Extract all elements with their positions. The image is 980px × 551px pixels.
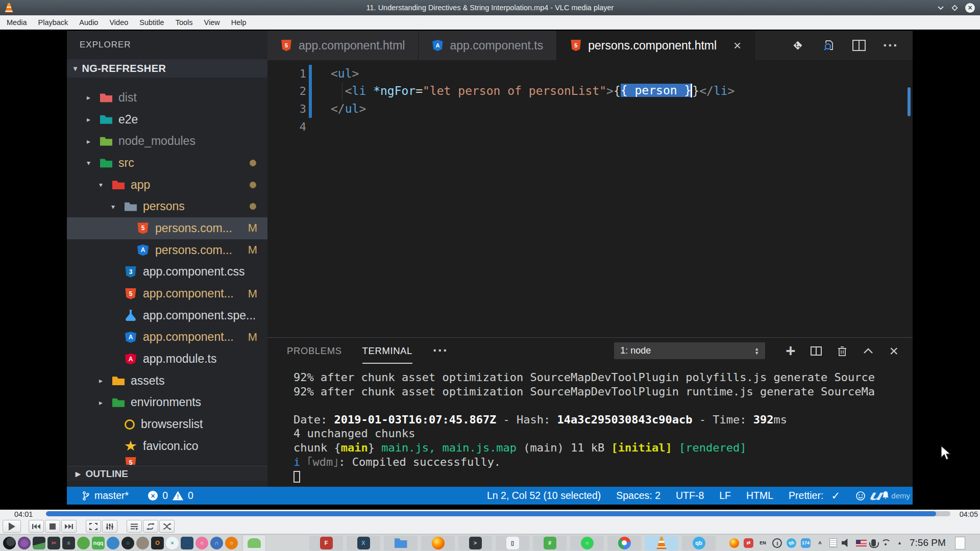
loop-button[interactable] xyxy=(143,520,158,533)
code-line[interactable]: 3</ul> xyxy=(267,100,913,118)
panel-tab-terminal[interactable]: TERMINAL xyxy=(362,338,412,364)
window-button-kde-connect[interactable]: ▯ xyxy=(496,536,529,550)
video-area[interactable]: EXPLORER ▾ NG-REFRESHER ▸dist▸e2e▸node_m… xyxy=(0,30,980,510)
tree-item-favicon-ico[interactable]: favicon.ico xyxy=(67,435,267,457)
tree-item-persons-com[interactable]: persons.com...M xyxy=(67,217,267,239)
window-button-qbittorrent[interactable]: qb xyxy=(682,536,716,550)
headphones-app[interactable]: ∩ xyxy=(210,537,223,549)
warnings-indicator[interactable]: !0 xyxy=(173,490,193,502)
cursor-position[interactable]: Ln 2, Col 52 (10 selected) xyxy=(487,490,601,502)
tor-browser[interactable] xyxy=(18,537,31,549)
menu-video[interactable]: Video xyxy=(104,18,134,27)
feedback-smiley-icon[interactable] xyxy=(855,491,866,501)
minimize-icon[interactable] xyxy=(937,6,944,10)
kde-connect[interactable]: ▯ xyxy=(506,537,519,549)
screenshot-tool[interactable]: ✂ xyxy=(47,537,60,549)
eol-type[interactable]: LF xyxy=(719,490,731,502)
tree-item-dist[interactable]: ▸dist xyxy=(67,87,267,109)
tree-item-environments[interactable]: ▸environments xyxy=(67,392,267,414)
tray-expand[interactable]: ▲ xyxy=(895,538,904,548)
menu-tools[interactable]: Tools xyxy=(170,18,199,27)
tree-item-browserslist[interactable]: browserslist xyxy=(67,413,267,435)
vscode[interactable]: X xyxy=(357,537,370,549)
stop-button[interactable] xyxy=(45,520,60,533)
clipboard[interactable] xyxy=(829,538,837,547)
code-line[interactable]: 1<ul> xyxy=(267,65,913,83)
menu-playback[interactable]: Playback xyxy=(33,18,74,27)
pause-indicator[interactable]: || xyxy=(772,538,782,548)
owl-app[interactable]: O xyxy=(151,537,164,549)
encoding[interactable]: UTF-8 xyxy=(676,490,704,502)
tree-item-src[interactable]: ▾src xyxy=(67,152,267,174)
tree-item-app[interactable]: ▾app xyxy=(67,174,267,196)
tree-item-persons[interactable]: ▾persons xyxy=(67,195,267,217)
vlc[interactable] xyxy=(656,537,667,549)
wifi[interactable] xyxy=(880,538,890,548)
window-button-firefox[interactable] xyxy=(421,536,455,550)
indentation[interactable]: Spaces: 2 xyxy=(616,490,660,502)
next-button[interactable] xyxy=(61,520,77,533)
whatsapp[interactable]: ○ xyxy=(581,537,594,549)
tab-app-component-ts[interactable]: app.component.ts xyxy=(419,31,557,60)
project-section-header[interactable]: ▾ NG-REFRESHER xyxy=(67,59,267,78)
panel-more-icon[interactable]: ··· xyxy=(433,343,448,359)
outline-section-header[interactable]: ▸ OUTLINE xyxy=(67,466,267,481)
previous-button[interactable] xyxy=(29,520,44,533)
tree-item-app-module-ts[interactable]: app.module.ts xyxy=(67,348,267,370)
active-launcher-cell[interactable] xyxy=(242,535,266,551)
more-actions-icon[interactable]: ··· xyxy=(883,38,898,54)
overview-ruler-mark[interactable] xyxy=(908,87,911,116)
tree-item-persons-com[interactable]: persons.com...M xyxy=(67,239,267,261)
tab-app-component-html[interactable]: app.component.html xyxy=(267,31,419,60)
window-button-chrome[interactable] xyxy=(607,536,641,550)
firefox-tray[interactable] xyxy=(729,538,739,548)
show-desktop-button[interactable] xyxy=(955,537,965,549)
fullscreen-button[interactable] xyxy=(86,520,101,533)
kill-terminal-icon[interactable] xyxy=(837,345,847,357)
terminal-app[interactable]: > xyxy=(469,537,482,549)
us-flag[interactable] xyxy=(856,540,867,546)
volume-tray[interactable] xyxy=(842,538,851,548)
menu-help[interactable]: Help xyxy=(226,18,252,27)
keyboard-layout[interactable]: EN xyxy=(758,538,768,548)
maximize-icon[interactable] xyxy=(951,4,959,12)
close-icon[interactable]: × xyxy=(965,3,975,13)
playlist-button[interactable] xyxy=(127,520,142,533)
tree-item-e2e[interactable]: ▸e2e xyxy=(67,109,267,131)
app-menu-opensuse[interactable] xyxy=(3,537,16,549)
teal-ring-app[interactable]: ○ xyxy=(121,537,134,549)
window-button-vscode[interactable]: X xyxy=(347,536,380,550)
language-mode[interactable]: HTML xyxy=(746,490,773,502)
tab-persons-component-html[interactable]: persons.component.html× xyxy=(557,31,755,60)
maximize-panel-icon[interactable] xyxy=(863,347,874,355)
seek-bar[interactable] xyxy=(46,511,950,516)
panel-tab-problems[interactable]: PROBLEMS xyxy=(287,338,342,364)
open-preview-icon[interactable] xyxy=(822,39,835,52)
tree-item-assets[interactable]: ▸assets xyxy=(67,370,267,392)
window-button-whatsapp[interactable]: ○ xyxy=(570,536,604,550)
text-tool[interactable]: A xyxy=(815,538,825,548)
close-panel-icon[interactable]: × xyxy=(889,342,898,360)
code-line[interactable]: 2 <li *ngFor="let person of personList">… xyxy=(267,83,913,101)
blender[interactable]: ○ xyxy=(225,537,238,549)
play-button[interactable] xyxy=(3,520,21,533)
sync-arrows[interactable]: ⇄ xyxy=(744,538,753,548)
menu-audio[interactable]: Audio xyxy=(74,18,104,27)
notepadqq[interactable]: nqq xyxy=(92,537,105,549)
tab-close-icon[interactable]: × xyxy=(733,38,741,54)
pink-app[interactable]: ○ xyxy=(195,537,208,549)
tree-item-app-component[interactable]: app.component...M xyxy=(67,283,267,305)
split-terminal-icon[interactable] xyxy=(811,346,822,356)
window-button-spreadsheet-app[interactable]: # xyxy=(533,536,567,550)
android-emulator[interactable] xyxy=(248,538,261,548)
formatter-status[interactable]: Prettier:✓ xyxy=(789,490,840,502)
tree-item-node-modules[interactable]: ▸node_modules xyxy=(67,130,267,152)
tweaks-tool[interactable]: ≡ xyxy=(62,537,75,549)
x-chat-app[interactable]: × xyxy=(166,537,179,549)
errors-indicator[interactable]: ×0 xyxy=(148,490,168,502)
window-button-red-office-app[interactable]: F xyxy=(309,536,343,550)
tree-item-app-component-spe[interactable]: app.component.spe... xyxy=(67,305,267,327)
red-office-app[interactable]: F xyxy=(320,537,333,549)
tree-item-app-component[interactable]: app.component...M xyxy=(67,327,267,348)
terminal-output[interactable]: 92% after chunk asset optimization Sourc… xyxy=(267,364,913,483)
